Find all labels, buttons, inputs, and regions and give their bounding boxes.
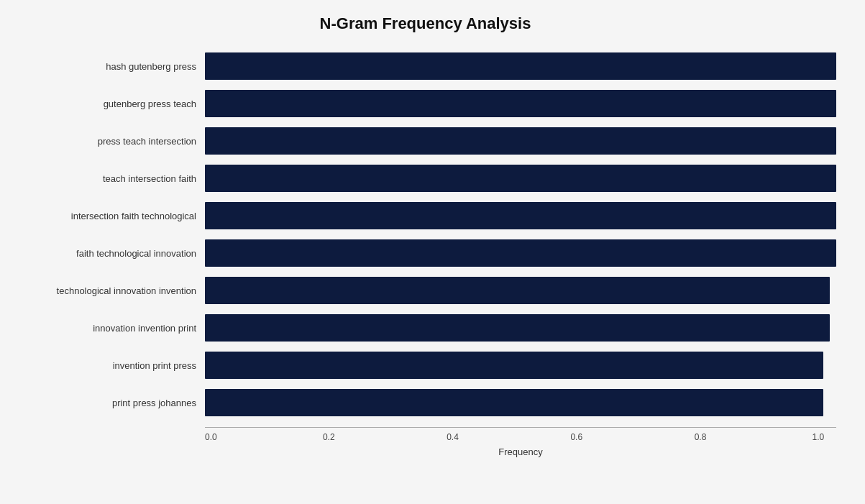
- bar-fill: [205, 239, 836, 267]
- x-tick: 0.2: [323, 432, 335, 442]
- bar-label: print press johannes: [14, 398, 205, 408]
- bar-label: gutenberg press teach: [14, 98, 205, 109]
- bar-fill: [205, 52, 836, 80]
- bar-label: hash gutenberg press: [14, 61, 205, 72]
- bar-label: invention print press: [14, 360, 205, 371]
- bar-track: [205, 277, 836, 304]
- x-axis-label: Frequency: [205, 446, 836, 457]
- bar-row: teach intersection faith: [14, 160, 836, 197]
- bar-track: [205, 165, 836, 192]
- bar-row: faith technological innovation: [14, 234, 836, 272]
- bar-track: [205, 239, 836, 267]
- bar-track: [205, 314, 836, 342]
- bar-fill: [205, 202, 836, 229]
- bar-row: intersection faith technological: [14, 197, 836, 234]
- x-tick: 1.0: [813, 432, 825, 442]
- bar-label: teach intersection faith: [14, 173, 205, 184]
- bar-track: [205, 52, 836, 80]
- bar-fill: [205, 90, 836, 117]
- x-axis-ticks: 0.00.20.40.60.81.0: [205, 427, 836, 442]
- bar-row: technological innovation invention: [14, 272, 836, 309]
- bar-fill: [205, 127, 836, 155]
- bar-track: [205, 90, 836, 117]
- chart-title: N-Gram Frequency Analysis: [14, 14, 836, 33]
- bar-label: intersection faith technological: [14, 211, 205, 221]
- bar-track: [205, 127, 836, 155]
- bar-label: innovation invention print: [14, 323, 205, 334]
- chart-container: N-Gram Frequency Analysis hash gutenberg…: [0, 0, 865, 504]
- bar-track: [205, 352, 836, 379]
- bar-fill: [205, 314, 830, 342]
- bar-fill: [205, 389, 823, 416]
- bar-fill: [205, 277, 830, 304]
- x-tick: 0.4: [447, 432, 459, 442]
- bar-label: faith technological innovation: [14, 248, 205, 259]
- gridlines-wrapper: hash gutenberg pressgutenberg press teac…: [14, 47, 836, 421]
- bar-track: [205, 202, 836, 229]
- x-axis: 0.00.20.40.60.81.0: [205, 427, 836, 442]
- bar-row: innovation invention print: [14, 309, 836, 347]
- x-tick: 0.8: [695, 432, 707, 442]
- bar-track: [205, 389, 836, 416]
- bar-fill: [205, 352, 823, 379]
- bar-fill: [205, 165, 836, 192]
- bar-row: gutenberg press teach: [14, 85, 836, 122]
- chart-area: hash gutenberg pressgutenberg press teac…: [14, 47, 836, 421]
- bar-row: invention print press: [14, 347, 836, 384]
- bar-label: press teach intersection: [14, 136, 205, 147]
- x-tick: 0.0: [205, 432, 217, 442]
- x-tick: 0.6: [570, 432, 582, 442]
- bar-row: print press johannes: [14, 384, 836, 421]
- bar-row: hash gutenberg press: [14, 47, 836, 85]
- bar-row: press teach intersection: [14, 122, 836, 160]
- bar-label: technological innovation invention: [14, 285, 205, 296]
